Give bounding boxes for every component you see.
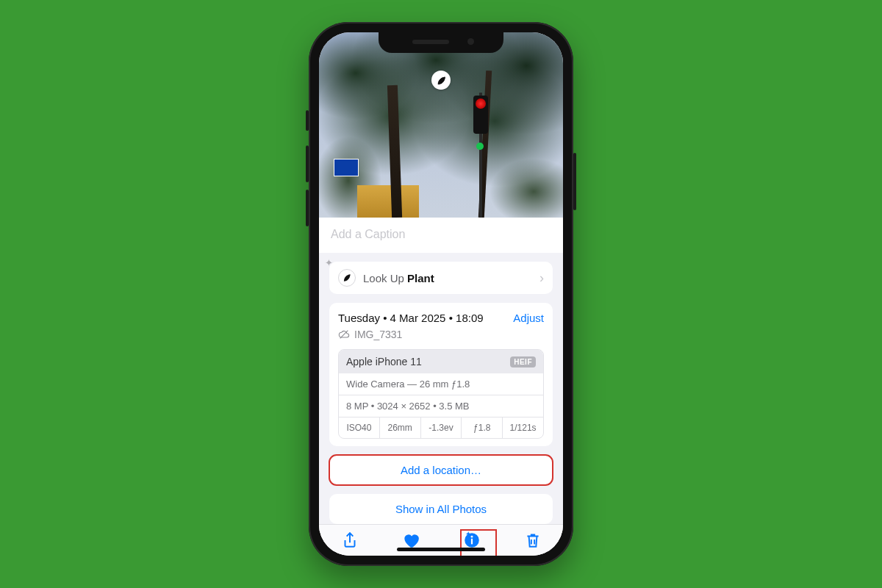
exif-focal: 26mm [379, 417, 420, 438]
exif-iso: ISO40 [339, 417, 379, 438]
volume-up-button[interactable] [306, 146, 309, 182]
info-panel: ✦ Look Up Plant › Tuesday • 4 Mar 2025 •… [319, 218, 563, 556]
device-model: Apple iPhone 11 [346, 356, 422, 368]
exif-aperture: ƒ1.8 [461, 417, 502, 438]
resolution-info: 8 MP • 3024 × 2652 • 3.5 MB [339, 395, 543, 417]
lookup-label: Look Up Plant [363, 272, 434, 284]
metadata-card: Tuesday • 4 Mar 2025 • 18:09 IMG_7331 Ad… [329, 303, 553, 446]
home-indicator[interactable] [397, 548, 485, 551]
show-in-all-photos-button[interactable]: Show in All Photos [329, 494, 553, 524]
adjust-button[interactable]: Adjust [513, 312, 544, 324]
share-button[interactable] [334, 525, 365, 556]
exif-row: ISO40 26mm -1.3ev ƒ1.8 1/121s [339, 417, 543, 438]
leaf-icon [338, 269, 356, 287]
leaf-icon [436, 75, 447, 86]
mute-switch[interactable] [306, 110, 309, 131]
lookup-row[interactable]: ✦ Look Up Plant › [329, 262, 553, 294]
sparkle-icon: ✦ [325, 257, 333, 268]
share-icon [340, 531, 359, 550]
lens-info: Wide Camera — 26 mm ƒ1.8 [339, 373, 543, 395]
photo-filename: IMG_7331 [338, 329, 484, 340]
notch [379, 32, 503, 53]
trash-icon [523, 531, 542, 550]
chevron-right-icon: › [539, 270, 544, 286]
format-badge: HEIF [510, 356, 536, 368]
exif-shutter: 1/121s [502, 417, 543, 438]
device-info: Apple iPhone 11 HEIF Wide Camera — 26 mm… [338, 349, 544, 439]
photo-preview[interactable] [319, 32, 563, 218]
screen: ✦ Look Up Plant › Tuesday • 4 Mar 2025 •… [319, 32, 563, 556]
iphone-frame: ✦ Look Up Plant › Tuesday • 4 Mar 2025 •… [309, 22, 573, 566]
photo-date: Tuesday • 4 Mar 2025 • 18:09 [338, 312, 484, 324]
visual-lookup-badge[interactable] [431, 71, 451, 90]
cloud-off-icon [338, 329, 350, 340]
volume-down-button[interactable] [306, 190, 309, 226]
trash-button[interactable] [517, 525, 548, 556]
exif-ev: -1.3ev [420, 417, 462, 438]
add-location-button[interactable]: Add a location… [329, 455, 553, 485]
info-button-highlight [462, 531, 495, 556]
caption-input[interactable] [331, 228, 551, 241]
caption-field[interactable] [319, 218, 563, 253]
power-button[interactable] [573, 153, 576, 210]
bottom-toolbar: ✦ [319, 524, 563, 556]
